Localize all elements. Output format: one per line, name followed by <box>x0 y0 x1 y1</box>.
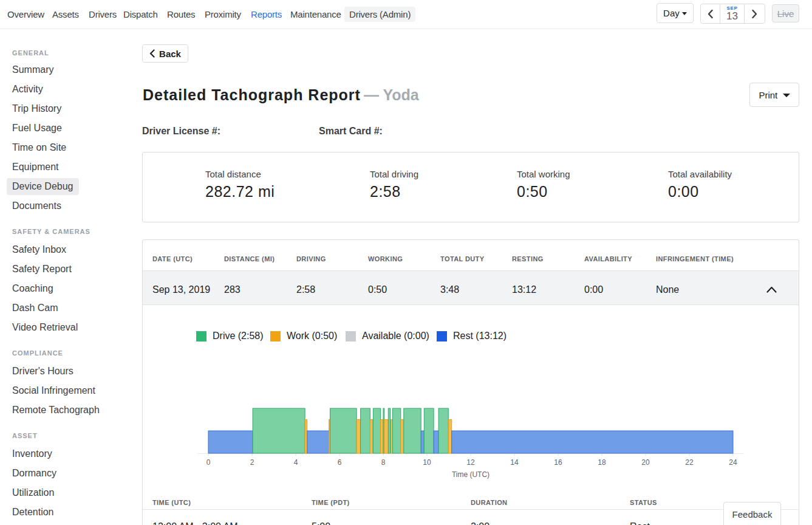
svg-text:12: 12 <box>466 458 475 467</box>
svg-text:10: 10 <box>423 458 431 467</box>
svg-text:16: 16 <box>554 458 562 467</box>
svg-text:2: 2 <box>250 458 254 467</box>
svg-text:Time (UTC): Time (UTC) <box>452 470 490 479</box>
svg-text:4: 4 <box>294 458 298 467</box>
svg-text:20: 20 <box>641 458 650 467</box>
svg-text:18: 18 <box>598 458 606 467</box>
svg-text:0: 0 <box>206 458 211 467</box>
svg-text:24: 24 <box>729 458 737 467</box>
svg-text:8: 8 <box>381 458 386 467</box>
svg-text:22: 22 <box>685 458 694 467</box>
svg-text:6: 6 <box>338 458 342 467</box>
svg-text:14: 14 <box>510 458 519 467</box>
